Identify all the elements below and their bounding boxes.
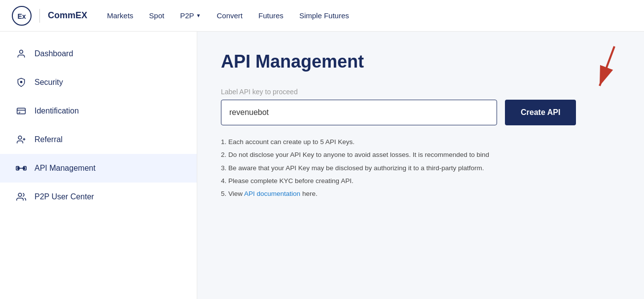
logo-divider bbox=[39, 9, 40, 23]
api-input-row: Create API bbox=[221, 100, 620, 125]
sidebar-item-identification[interactable]: Identification bbox=[0, 97, 197, 125]
sidebar-item-referral[interactable]: Referral bbox=[0, 125, 197, 154]
info-list: 1. Each account can create up to 5 API K… bbox=[221, 137, 620, 199]
create-api-button[interactable]: Create API bbox=[505, 100, 576, 125]
logo-icon: Ex bbox=[12, 6, 32, 26]
sidebar-label-p2p-user-center: P2P User Center bbox=[35, 192, 94, 201]
sidebar-label-dashboard: Dashboard bbox=[35, 49, 73, 58]
id-card-icon bbox=[16, 106, 27, 116]
sidebar-item-dashboard[interactable]: Dashboard bbox=[0, 39, 197, 68]
sidebar-label-identification: Identification bbox=[35, 107, 79, 115]
header: Ex CommEX Markets Spot P2P ▼ Convert Fut… bbox=[0, 0, 644, 32]
svg-text:Ex: Ex bbox=[17, 12, 26, 20]
main-nav: Markets Spot P2P ▼ Convert Futures Simpl… bbox=[107, 11, 349, 20]
api-doc-link[interactable]: API documentation bbox=[244, 190, 300, 197]
api-icon bbox=[16, 163, 27, 174]
nav-p2p[interactable]: P2P ▼ bbox=[180, 11, 201, 20]
sidebar: Dashboard Security Identification bbox=[0, 32, 197, 299]
shield-icon bbox=[16, 77, 27, 88]
sidebar-label-security: Security bbox=[35, 78, 63, 87]
layout: Dashboard Security Identification bbox=[0, 32, 644, 299]
user-icon bbox=[16, 48, 27, 59]
info-item-5: 5. View API documentation here. bbox=[221, 189, 620, 199]
main-content: API Management Label API key to proceed … bbox=[197, 32, 644, 299]
sidebar-label-referral: Referral bbox=[35, 135, 63, 144]
user-plus-icon bbox=[16, 134, 27, 145]
nav-futures[interactable]: Futures bbox=[258, 11, 284, 20]
svg-point-2 bbox=[20, 50, 23, 54]
svg-rect-4 bbox=[17, 108, 26, 114]
nav-simple-futures[interactable]: Simple Futures bbox=[299, 11, 349, 20]
page-title: API Management bbox=[221, 51, 620, 72]
input-label: Label API key to proceed bbox=[221, 88, 620, 96]
api-key-input[interactable] bbox=[221, 100, 497, 125]
nav-markets[interactable]: Markets bbox=[107, 11, 133, 20]
svg-point-8 bbox=[18, 136, 22, 140]
sidebar-item-p2p-user-center[interactable]: P2P User Center bbox=[0, 183, 197, 211]
sidebar-item-api-management[interactable]: API Management bbox=[0, 154, 197, 183]
nav-spot[interactable]: Spot bbox=[149, 11, 164, 20]
nav-convert[interactable]: Convert bbox=[216, 11, 243, 20]
sidebar-label-api-management: API Management bbox=[35, 164, 96, 173]
users-icon bbox=[16, 191, 27, 202]
info-item-3: 3. Be aware that your API Key may be dis… bbox=[221, 163, 620, 173]
svg-point-3 bbox=[20, 81, 22, 83]
svg-point-15 bbox=[18, 193, 22, 197]
info-item-2: 2. Do not disclose your API Key to anyon… bbox=[221, 150, 620, 160]
logo-text: CommEX bbox=[48, 10, 87, 21]
p2p-chevron-icon: ▼ bbox=[196, 13, 201, 18]
logo-area: Ex CommEX bbox=[12, 6, 87, 26]
sidebar-item-security[interactable]: Security bbox=[0, 68, 197, 97]
info-item-1: 1. Each account can create up to 5 API K… bbox=[221, 137, 620, 147]
info-item-4: 4. Please complete KYC before creating A… bbox=[221, 176, 620, 186]
